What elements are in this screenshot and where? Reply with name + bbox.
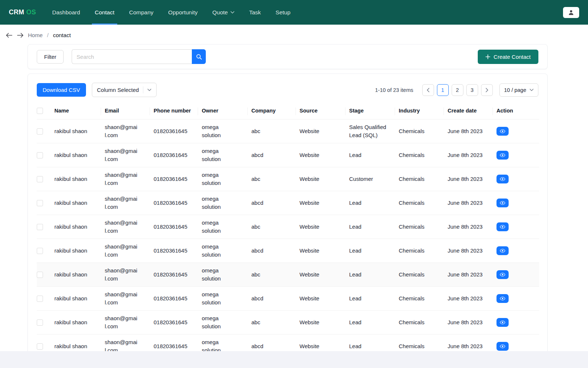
- view-row-button[interactable]: [496, 246, 509, 255]
- row-checkbox[interactable]: [37, 248, 43, 254]
- cell-industry: Chemicals: [399, 191, 448, 215]
- column-selected-label: Column Selected: [97, 87, 139, 93]
- nav-item-setup[interactable]: Setup: [268, 0, 298, 25]
- nav-item-contact[interactable]: Contact: [87, 0, 122, 25]
- cell-stage: Lead: [349, 143, 399, 167]
- header-company: Company: [251, 104, 300, 119]
- page-size-label: 10 / page: [504, 87, 526, 93]
- filter-button[interactable]: Filter: [37, 50, 64, 64]
- cell-create-date: June 8th 2023: [448, 239, 496, 262]
- search-input[interactable]: [72, 49, 192, 64]
- view-row-button[interactable]: [496, 175, 509, 183]
- header-source: Source: [300, 104, 349, 119]
- nav-item-quote[interactable]: Quote: [205, 0, 242, 25]
- breadcrumb-current: contact: [53, 32, 71, 38]
- cell-name: rakibul shaon: [54, 167, 105, 191]
- view-row-button[interactable]: [496, 127, 509, 136]
- row-checkbox[interactable]: [37, 319, 43, 326]
- header-create-date: Create date: [448, 104, 496, 119]
- user-profile-button[interactable]: [563, 7, 579, 18]
- brand-logo: CRMOS: [9, 0, 36, 25]
- cell-email: shaon@gmail.com: [105, 119, 154, 143]
- pagination-next-button[interactable]: [481, 84, 493, 96]
- cell-industry: Chemicals: [399, 310, 448, 334]
- row-checkbox[interactable]: [37, 272, 43, 278]
- back-arrow-icon[interactable]: [6, 33, 12, 38]
- cell-name: rakibul shaon: [54, 119, 105, 143]
- table-row: rakibul shaon shaon@gmail.com 0182036164…: [37, 310, 539, 334]
- forward-arrow-icon[interactable]: [17, 33, 24, 38]
- view-row-button[interactable]: [496, 342, 509, 351]
- view-row-button[interactable]: [496, 222, 509, 231]
- search-button[interactable]: [192, 49, 206, 64]
- row-checkbox[interactable]: [37, 343, 43, 350]
- cell-action: [496, 167, 539, 191]
- table-header-row: Name Email Phone number Owner Company So…: [37, 104, 539, 119]
- cell-action: [496, 262, 539, 286]
- pagination: 1 2 3: [419, 84, 493, 96]
- nav-item-task[interactable]: Task: [242, 0, 268, 25]
- chevron-right-icon: [485, 88, 488, 92]
- column-selected-dropdown[interactable]: Column Selected: [92, 83, 157, 97]
- cell-create-date: June 8th 2023: [448, 215, 496, 239]
- row-checkbox[interactable]: [37, 176, 43, 182]
- cell-company: abc: [251, 215, 300, 239]
- view-row-button[interactable]: [496, 199, 509, 207]
- cell-name: rakibul shaon: [54, 239, 105, 262]
- header-industry: Industry: [399, 104, 448, 119]
- cell-phone: 01820361645: [154, 239, 202, 262]
- pagination-prev-button[interactable]: [422, 84, 434, 96]
- create-contact-label: Create Contact: [494, 54, 531, 60]
- cell-owner: omega solution: [202, 262, 251, 286]
- cell-action: [496, 119, 539, 143]
- cell-company: abc: [251, 262, 300, 286]
- cell-source: Website: [300, 119, 349, 143]
- user-icon: [568, 9, 574, 16]
- row-checkbox[interactable]: [37, 128, 43, 135]
- cell-owner: omega solution: [202, 119, 251, 143]
- nav-label: Opportunity: [168, 9, 198, 16]
- top-navbar: CRMOS Dashboard Contact Company Opportun…: [0, 0, 588, 25]
- cell-create-date: June 8th 2023: [448, 191, 496, 215]
- cell-industry: Chemicals: [399, 167, 448, 191]
- create-contact-button[interactable]: Create Contact: [478, 50, 538, 64]
- view-row-button[interactable]: [496, 270, 509, 279]
- cell-create-date: June 8th 2023: [448, 262, 496, 286]
- nav-item-opportunity[interactable]: Opportunity: [161, 0, 205, 25]
- toolbar-card: Filter Create Contact: [28, 44, 548, 69]
- cell-owner: omega solution: [202, 191, 251, 215]
- row-checkbox[interactable]: [37, 200, 43, 206]
- nav-item-company[interactable]: Company: [122, 0, 161, 25]
- row-checkbox[interactable]: [37, 224, 43, 230]
- view-row-button[interactable]: [496, 318, 509, 327]
- page-size-selector[interactable]: 10 / page: [499, 83, 538, 97]
- cell-stage: Lead: [349, 215, 399, 239]
- pagination-page-2[interactable]: 2: [452, 84, 463, 96]
- cell-phone: 01820361645: [154, 262, 202, 286]
- eye-icon: [500, 129, 505, 133]
- nav-item-dashboard[interactable]: Dashboard: [45, 0, 87, 25]
- cell-action: [496, 215, 539, 239]
- eye-icon: [500, 225, 505, 229]
- table-row: rakibul shaon shaon@gmail.com 0182036164…: [37, 191, 539, 215]
- header-action: Action: [496, 104, 539, 119]
- row-checkbox[interactable]: [37, 152, 43, 158]
- view-row-button[interactable]: [496, 151, 509, 160]
- cell-owner: omega solution: [202, 239, 251, 262]
- select-all-checkbox[interactable]: [37, 108, 43, 114]
- row-checkbox[interactable]: [37, 296, 43, 302]
- cell-industry: Chemicals: [399, 239, 448, 262]
- cell-name: rakibul shaon: [54, 215, 105, 239]
- breadcrumb: Home / contact: [0, 25, 588, 44]
- pagination-page-1[interactable]: 1: [437, 84, 449, 96]
- chevron-down-icon: [230, 11, 234, 14]
- search-group: [72, 49, 206, 64]
- cell-source: Website: [300, 167, 349, 191]
- download-csv-button[interactable]: Download CSV: [37, 83, 86, 97]
- pagination-page-3[interactable]: 3: [466, 84, 478, 96]
- items-summary: 1-10 of 23 items: [375, 87, 413, 93]
- view-row-button[interactable]: [496, 294, 509, 303]
- table-body: rakibul shaon shaon@gmail.com 0182036164…: [37, 119, 539, 358]
- breadcrumb-home-link[interactable]: Home: [28, 32, 43, 38]
- chevron-down-icon: [147, 89, 151, 91]
